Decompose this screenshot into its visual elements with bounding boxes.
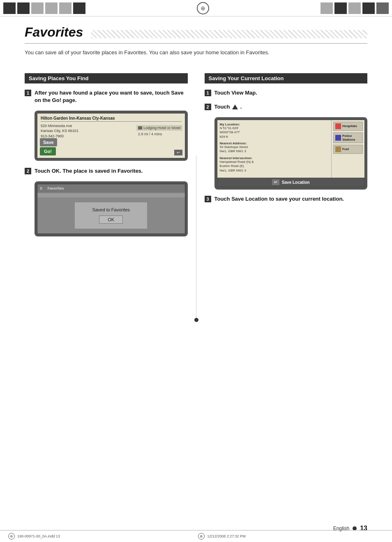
top-decorative-strip: ⊕ <box>0 0 392 16</box>
left-section-header: Saving Places You Find <box>25 73 188 83</box>
strip-block-2 <box>17 2 30 14</box>
my-location-label: My Location: <box>220 123 329 126</box>
device-distance: 2.9 mi / 4 mins <box>136 132 182 136</box>
right-step-2-text: Touch . <box>214 103 242 111</box>
screen2-topbar: S Favorites <box>37 184 185 192</box>
left-step-1-number: 1 <box>25 90 31 96</box>
intro-text: You can save all of your favorite places… <box>25 49 367 57</box>
police-icon <box>335 135 341 141</box>
column-divider <box>196 73 196 320</box>
save-location-bar: ↩ Save Location <box>217 178 365 187</box>
right-step-1-text: Touch View Map. <box>214 89 257 97</box>
right-step-1-number: 1 <box>205 90 211 96</box>
page-content: Favorites You can save all of your favor… <box>0 16 392 345</box>
device-info-right: Lodging:Hotel or Motel 2.9 mi / 4 mins <box>136 125 182 136</box>
strip-block-1 <box>3 2 16 14</box>
nearest-address-row: Nearest Address: 54 Stanhope Street Nw1,… <box>220 141 329 154</box>
left-step-2-text: Touch OK. The place is saved in Favorite… <box>35 167 143 175</box>
title-decoration <box>91 30 367 38</box>
right-step-3-number: 3 <box>205 196 211 202</box>
hospitals-icon <box>335 123 341 129</box>
nearest-address-value: 54 Stanhope Street Nw1, GBR NW1 3 <box>220 145 329 154</box>
save-button-device[interactable]: Save <box>40 138 57 146</box>
right-step-2: 2 Touch . <box>205 103 368 111</box>
map-info-panel: My Location: N 51°31.629' W000°08.477' 8… <box>217 120 332 178</box>
nearest-address-label: Nearest Address: <box>220 141 329 145</box>
footer-center: ⊕ 12/12/2008 2:27:32 PM <box>198 533 246 540</box>
right-section-header: Saving Your Current Location <box>205 73 368 83</box>
hospitals-button[interactable]: Hospitals <box>333 122 363 131</box>
right-step-1: 1 Touch View Map. <box>205 89 368 97</box>
left-step-1-text: After you have found a place you want to… <box>35 89 188 104</box>
saved-dialog: Saved to Favorites OK <box>74 202 148 229</box>
device-mockup-1: Hilton Garden Inn-Kansas Cty-Kansas 520 … <box>35 111 188 161</box>
footer-left: ⊕ 190-00971-00_0A.indd 13 <box>8 533 60 540</box>
map-back-button[interactable]: ↩ <box>272 179 279 185</box>
nearest-intersection-row: Nearest Intersection: Hampstead Road (N)… <box>220 156 329 173</box>
device-mockup-2: S Favorites Saved to Favorites OK <box>35 181 188 236</box>
top-right-blocks <box>321 2 389 14</box>
map-screen: My Location: N 51°31.629' W000°08.477' 8… <box>217 120 365 187</box>
device-category: Lodging:Hotel or Motel <box>136 125 182 131</box>
triangle-icon <box>232 104 238 109</box>
screen2-bar <box>37 193 185 197</box>
strip-block-7 <box>321 2 333 14</box>
police-button[interactable]: Police Stations <box>333 132 363 143</box>
compass-icon-top: ⊕ <box>197 2 209 14</box>
strip-block-11 <box>376 2 389 14</box>
poi-panel: Hospitals Police Stations Fuel <box>332 120 364 178</box>
two-column-layout: Saving Places You Find 1 After you have … <box>25 73 367 320</box>
right-column: Saving Your Current Location 1 Touch Vie… <box>205 73 368 320</box>
category-icon <box>138 126 142 130</box>
device-screen-1: Hilton Garden Inn-Kansas Cty-Kansas 520 … <box>37 113 185 158</box>
strip-block-3 <box>31 2 44 14</box>
screen2-topbar-text: S Favorites <box>40 186 64 190</box>
save-location-text[interactable]: Save Location <box>282 180 310 185</box>
my-location-value: N 51°31.629' W000°08.477' 829 ft <box>220 126 329 139</box>
right-step-3-text: Touch Save Location to save your current… <box>214 195 344 203</box>
left-step-2: 2 Touch OK. The place is saved in Favori… <box>25 167 188 175</box>
title-section: Favorites <box>25 25 367 44</box>
fuel-button[interactable]: Fuel <box>333 145 363 154</box>
left-step-1: 1 After you have found a place you want … <box>25 89 188 104</box>
strip-block-4 <box>45 2 58 14</box>
dialog-text: Saved to Favorites <box>81 207 141 212</box>
ok-button[interactable]: OK <box>99 215 123 224</box>
page-footer: ⊕ 190-00971-00_0A.indd 13 ⊕ 12/12/2008 2… <box>0 530 392 542</box>
right-step-2-number: 2 <box>205 104 211 110</box>
map-screen-inner: My Location: N 51°31.629' W000°08.477' 8… <box>217 120 365 178</box>
left-bullet-dot <box>194 318 198 322</box>
footer-center-text: 12/12/2008 2:27:32 PM <box>207 534 246 538</box>
left-column: Saving Places You Find 1 After you have … <box>25 73 188 320</box>
map-device-mockup: My Location: N 51°31.629' W000°08.477' 8… <box>214 117 368 190</box>
nearest-intersection-label: Nearest Intersection: <box>220 156 329 160</box>
left-step-2-number: 2 <box>25 168 31 174</box>
my-location-row: My Location: N 51°31.629' W000°08.477' 8… <box>220 123 329 139</box>
fuel-icon <box>335 146 341 152</box>
device-title: Hilton Garden Inn-Kansas Cty-Kansas <box>41 116 182 122</box>
compass-icon-footer-left: ⊕ <box>8 533 15 540</box>
top-left-blocks <box>3 2 85 14</box>
go-button-device[interactable]: Go! <box>40 147 56 155</box>
strip-block-9 <box>348 2 361 14</box>
back-button-device-1[interactable]: ↩ <box>174 150 182 155</box>
strip-block-10 <box>362 2 375 14</box>
right-step-3: 3 Touch Save Location to save your curre… <box>205 195 368 203</box>
nearest-intersection-value: Hampstead Road (N) & Euston Road (E) Nw1… <box>220 160 329 173</box>
compass-icon-footer-center: ⊕ <box>198 533 205 540</box>
footer-left-text: 190-00971-00_0A.indd 13 <box>17 534 60 538</box>
device-screen-2: S Favorites Saved to Favorites OK <box>37 184 185 234</box>
strip-block-6 <box>73 2 85 14</box>
strip-block-8 <box>334 2 347 14</box>
strip-block-5 <box>59 2 71 14</box>
page-title: Favorites <box>25 25 83 40</box>
